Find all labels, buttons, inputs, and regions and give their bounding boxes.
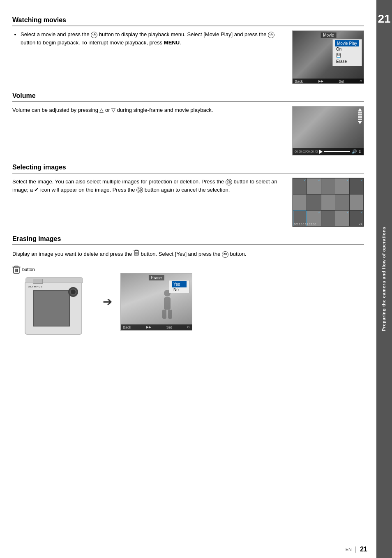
right-sidebar: 21 Preparing the camera and flow of oper… xyxy=(376,0,392,558)
erasing-row: button OLYMPUS xyxy=(12,265,364,339)
grid-cell-2: ✓ xyxy=(307,178,321,194)
vol-bar-1 xyxy=(358,112,362,113)
trash-icon-label: button xyxy=(12,265,35,274)
set-label: Set xyxy=(339,79,344,83)
en-label: EN xyxy=(346,547,352,552)
svg-rect-13 xyxy=(164,297,171,310)
selecting-header: Selecting images xyxy=(12,164,364,174)
check-5: ✓ xyxy=(360,179,363,182)
check-15: ✓ xyxy=(360,211,363,214)
check-12: ✓ xyxy=(318,211,321,214)
movie-menu-item-3: 💾 xyxy=(336,52,358,58)
grid-page-num: 21 xyxy=(359,222,362,226)
volume-right-side xyxy=(358,108,362,124)
set-ok-small: ⊙ xyxy=(360,79,362,83)
button-label: button xyxy=(22,267,35,272)
footer-divider: | xyxy=(355,546,357,553)
movie-overlay: Movie Movie Play On 💾 Erase Back ▶▶ Set xyxy=(293,31,364,84)
grid-cell-5: ✓ xyxy=(350,178,363,194)
page-container: 21 Preparing the camera and flow of oper… xyxy=(0,0,392,558)
watching-text: Select a movie and press the ok button t… xyxy=(12,30,284,49)
sidebar-chapter-number: 21 xyxy=(378,12,390,25)
camera-lens xyxy=(68,287,78,297)
section-selecting: Selecting images Select the image. You c… xyxy=(12,164,364,227)
erase-menu-yes: Yes xyxy=(172,281,187,287)
grid-cell-9 xyxy=(335,194,349,210)
camera-body: OLYMPUS xyxy=(25,281,82,335)
erase-figure xyxy=(155,289,180,322)
volume-screen-area: 00:00:02/00:00:43 🔊 ⇕ xyxy=(292,106,364,155)
volume-bottom: 00:00:02/00:00:43 🔊 ⇕ xyxy=(293,148,364,155)
olympus-brand: OLYMPUS xyxy=(28,285,43,288)
erasing-header: Erasing images xyxy=(12,235,364,245)
grid-bg: ✓ ✓ ✓ ✓ ✓ xyxy=(293,178,364,227)
watching-header: Watching movies xyxy=(12,16,364,26)
grid-cell-14: ✓ xyxy=(335,211,349,226)
grid-date: 2012.10.01 12:30 xyxy=(294,223,316,226)
vol-up-triangle xyxy=(358,108,362,111)
movie-menu-item-1: Movie Play xyxy=(335,40,359,46)
watching-bullets: Select a movie and press the ok button t… xyxy=(12,30,284,46)
grid-cell-7 xyxy=(307,194,321,210)
movie-screen: Movie Movie Play On 💾 Erase Back ▶▶ Set xyxy=(292,30,364,84)
ok-icon-erase: ok xyxy=(222,251,228,258)
movie-menu-item-2: On xyxy=(336,46,358,52)
section-watching: Watching movies Select a movie and press… xyxy=(12,16,364,84)
section-erasing: Erasing images Display an image you want… xyxy=(12,235,364,339)
selecting-title: Selecting images xyxy=(12,164,66,171)
selecting-row: Select the image. You can also select mu… xyxy=(12,178,364,227)
volume-header: Volume xyxy=(12,92,364,102)
svg-rect-14 xyxy=(162,310,166,319)
selecting-text: Select the image. You can also select mu… xyxy=(12,178,284,194)
menu-bold: MENU xyxy=(164,39,180,46)
grid-cell-4: ✓ xyxy=(335,178,349,194)
target-icon-2: ⊙ xyxy=(136,187,143,193)
selecting-screen-area: ✓ ✓ ✓ ✓ ✓ xyxy=(292,178,364,227)
grid-cell-10 xyxy=(350,194,363,210)
check-2: ✓ xyxy=(318,179,321,182)
vol-bar-3 xyxy=(358,116,362,117)
erase-screen: Erase Yes No Back ▶▶ Set ⊙ xyxy=(120,273,192,331)
grid-cell-1: ✓ xyxy=(293,178,307,194)
speaker-icon: 🔊 xyxy=(352,149,357,154)
erase-bottom-bar: Back ▶▶ Set ⊙ xyxy=(121,324,192,330)
grid-cell-6 xyxy=(293,194,307,210)
camera-screen xyxy=(33,290,70,326)
check-14: ✓ xyxy=(346,211,349,214)
movie-screen-area: Movie Movie Play On 💾 Erase Back ▶▶ Set xyxy=(292,30,364,84)
back-label: Back xyxy=(295,79,303,83)
main-content: Watching movies Select a movie and press… xyxy=(0,8,376,355)
page-number: 21 xyxy=(360,546,367,553)
vol-bar-5 xyxy=(358,119,362,120)
erase-menu-no: No xyxy=(173,287,185,292)
grid-cell-8 xyxy=(321,194,335,210)
progress-bar xyxy=(324,151,350,152)
watching-row: Select a movie and press the ok button t… xyxy=(12,30,364,84)
section-volume: Volume Volume can be adjusted by pressin… xyxy=(12,92,364,155)
movie-screen-label: Movie xyxy=(321,32,337,38)
volume-text: Volume can be adjusted by pressing △ or … xyxy=(12,106,284,114)
volume-screen: 00:00:02/00:00:43 🔊 ⇕ xyxy=(292,106,364,155)
camera-area: button OLYMPUS xyxy=(12,265,95,339)
trash-inline-icon xyxy=(134,249,139,256)
movie-menu: Movie Play On 💾 Erase xyxy=(332,39,362,66)
watching-title: Watching movies xyxy=(12,16,66,23)
erase-screen-label: Erase xyxy=(148,275,164,280)
ok-icon-2: ok xyxy=(268,32,274,38)
erase-set-icon: ⊙ xyxy=(187,325,190,329)
vol-bar-4 xyxy=(358,117,362,118)
back-ok-small: ▶▶ xyxy=(318,79,323,83)
arrow-right-icon: ➔ xyxy=(103,295,112,308)
trash-label-svg xyxy=(12,265,21,274)
page-footer: EN | 21 xyxy=(346,546,367,553)
watching-bullet-item: Select a movie and press the ok button t… xyxy=(21,30,284,46)
volume-arrows: ⇕ xyxy=(358,150,362,154)
check-4: ✓ xyxy=(346,179,349,182)
vol-bars xyxy=(358,112,362,120)
volume-time: 00:00:02/00:00:43 xyxy=(295,150,318,153)
erasing-title: Erasing images xyxy=(12,235,61,242)
camera-lens-inner xyxy=(70,289,76,295)
erasing-text: Display an image you want to delete and … xyxy=(12,249,364,258)
movie-menu-item-4: Erase xyxy=(336,58,358,65)
vol-bar-2 xyxy=(358,114,362,115)
